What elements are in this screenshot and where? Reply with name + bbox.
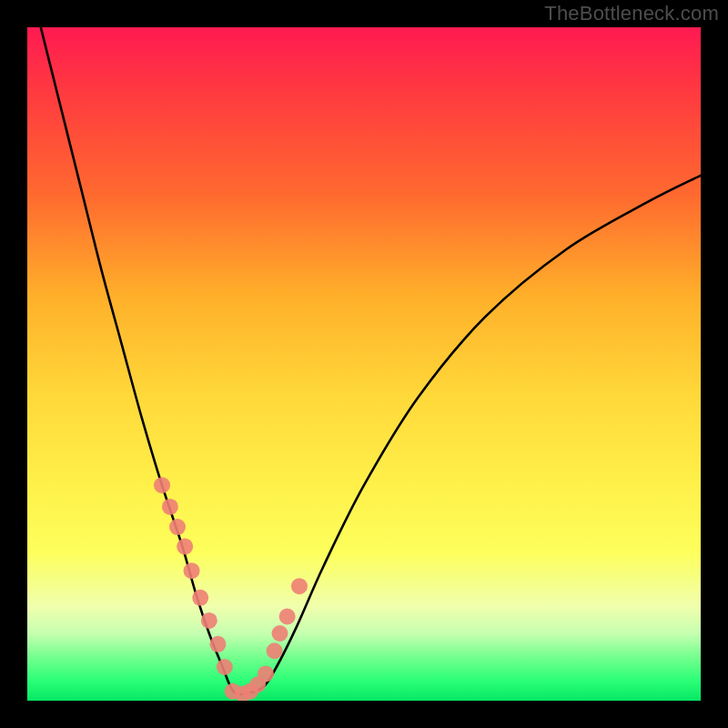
plot-area — [27, 27, 701, 701]
bottleneck-curve — [41, 27, 701, 694]
highlighted-point — [177, 539, 193, 555]
highlighted-point — [291, 578, 308, 594]
highlighted-point — [184, 562, 200, 579]
curve-svg — [27, 27, 701, 701]
highlighted-point — [217, 659, 233, 675]
highlighted-point — [154, 477, 170, 493]
highlighted-point — [192, 590, 208, 606]
highlighted-point — [267, 642, 283, 659]
highlighted-point — [279, 609, 296, 625]
highlighted-point — [162, 499, 178, 515]
highlighted-point — [272, 625, 288, 642]
highlighted-point — [209, 636, 226, 652]
watermark-text: TheBottleneck.com — [544, 2, 719, 25]
chart-container: TheBottleneck.com — [0, 0, 728, 728]
highlighted-point — [169, 519, 186, 535]
highlighted-point — [258, 665, 274, 682]
highlighted-points-group — [154, 477, 308, 701]
highlighted-point — [201, 612, 217, 629]
